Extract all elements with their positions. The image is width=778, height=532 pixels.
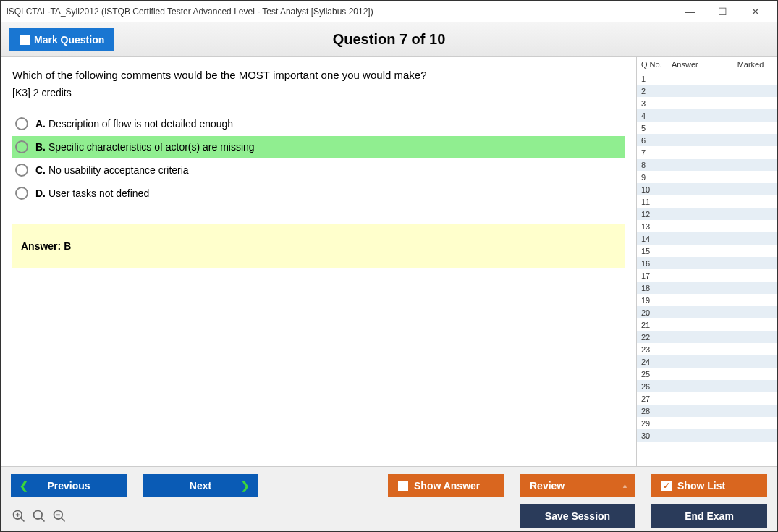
cell-qno: 13	[637, 222, 672, 231]
cell-qno: 6	[637, 136, 672, 145]
svg-point-4	[34, 511, 43, 520]
option-label: Description of flow is not detailed enou…	[48, 118, 233, 130]
option-text: D. User tasks not defined	[35, 187, 149, 199]
option-label: Specific characteristics of actor(s) are…	[48, 141, 255, 153]
question-list-row[interactable]: 18	[637, 282, 777, 294]
maximize-icon[interactable]: ☐	[706, 1, 739, 22]
show-list-label: Show List	[677, 480, 725, 491]
question-list-row[interactable]: 30	[637, 429, 777, 442]
previous-button[interactable]: ❮ Previous	[11, 474, 127, 497]
question-list[interactable]: 1234567891011121314151617181920212223242…	[637, 72, 777, 466]
option-letter: A.	[35, 118, 48, 130]
credits-text: [K3] 2 credits	[12, 87, 625, 98]
question-list-row[interactable]: 1	[637, 72, 777, 85]
question-list-row[interactable]: 22	[637, 331, 777, 343]
option-letter: C.	[35, 164, 48, 176]
question-list-row[interactable]: 29	[637, 417, 777, 429]
review-button[interactable]: Review ▲	[520, 474, 635, 497]
cell-qno: 26	[637, 382, 672, 391]
cell-qno: 8	[637, 161, 672, 169]
question-list-row[interactable]: 25	[637, 368, 777, 380]
cell-qno: 19	[637, 296, 672, 305]
option-row[interactable]: D. User tasks not defined	[12, 182, 625, 204]
mark-question-button[interactable]: Mark Question	[9, 28, 114, 51]
option-letter: B.	[35, 141, 48, 153]
question-list-row[interactable]: 2	[637, 85, 777, 97]
option-row[interactable]: A. Description of flow is not detailed e…	[12, 113, 625, 135]
option-row[interactable]: C. No usability acceptance criteria	[12, 159, 625, 181]
radio-icon	[15, 164, 28, 177]
question-list-row[interactable]: 12	[637, 208, 777, 220]
question-list-row[interactable]: 9	[637, 171, 777, 183]
question-list-header: Q No. Answer Marked	[637, 57, 777, 72]
save-session-button[interactable]: Save Session	[520, 504, 635, 528]
question-list-row[interactable]: 20	[637, 306, 777, 318]
question-list-row[interactable]: 15	[637, 245, 777, 257]
window-controls: — ☐ ✕	[674, 1, 771, 22]
svg-line-5	[41, 518, 45, 522]
answer-box: Answer: B	[12, 224, 625, 268]
chevron-left-icon: ❮	[20, 480, 28, 491]
question-list-row[interactable]: 26	[637, 380, 777, 392]
cell-qno: 29	[637, 419, 672, 428]
question-list-row[interactable]: 14	[637, 232, 777, 245]
next-button[interactable]: Next ❯	[143, 474, 258, 497]
question-list-row[interactable]: 24	[637, 355, 777, 368]
cell-qno: 4	[637, 111, 672, 120]
footer-action-group: Show Answer Review ▲ Show List	[388, 474, 767, 497]
question-list-row[interactable]: 16	[637, 257, 777, 269]
zoom-in-icon[interactable]	[11, 508, 27, 524]
question-list-row[interactable]: 17	[637, 269, 777, 282]
question-list-row[interactable]: 8	[637, 159, 777, 171]
radio-icon	[15, 187, 28, 200]
question-list-row[interactable]: 28	[637, 405, 777, 417]
footer-nav-group: ❮ Previous Next ❯	[11, 474, 258, 497]
radio-icon	[15, 140, 28, 153]
cell-qno: 28	[637, 407, 672, 415]
option-letter: D.	[35, 187, 48, 199]
question-list-row[interactable]: 6	[637, 134, 777, 146]
question-list-row[interactable]: 10	[637, 183, 777, 195]
footer-row-2: Save Session End Exam	[11, 504, 767, 528]
question-list-row[interactable]: 11	[637, 195, 777, 208]
cell-qno: 15	[637, 247, 672, 256]
cell-qno: 20	[637, 308, 672, 317]
question-list-row[interactable]: 4	[637, 109, 777, 122]
option-label: User tasks not defined	[48, 187, 149, 199]
cell-qno: 10	[637, 185, 672, 194]
show-list-button[interactable]: Show List	[651, 474, 767, 497]
cell-qno: 18	[637, 284, 672, 292]
cell-qno: 17	[637, 271, 672, 280]
chevron-right-icon: ❯	[241, 480, 250, 491]
end-exam-button[interactable]: End Exam	[651, 504, 767, 528]
cell-qno: 25	[637, 370, 672, 379]
option-label: No usability acceptance criteria	[48, 164, 189, 176]
option-row[interactable]: B. Specific characteristics of actor(s) …	[12, 136, 625, 158]
zoom-out-icon[interactable]	[51, 508, 67, 524]
question-list-row[interactable]: 5	[637, 122, 777, 134]
close-icon[interactable]: ✕	[739, 1, 771, 22]
minimize-icon[interactable]: —	[674, 1, 706, 22]
question-list-row[interactable]: 13	[637, 220, 777, 232]
question-list-row[interactable]: 23	[637, 343, 777, 355]
cell-qno: 27	[637, 394, 672, 403]
cell-qno: 14	[637, 235, 672, 243]
options-list: A. Description of flow is not detailed e…	[12, 113, 625, 204]
question-list-row[interactable]: 3	[637, 97, 777, 109]
question-text: Which of the following comments would be…	[12, 69, 625, 81]
question-list-row[interactable]: 19	[637, 294, 777, 306]
question-list-row[interactable]: 27	[637, 392, 777, 405]
cell-qno: 7	[637, 148, 672, 157]
svg-line-1	[21, 518, 25, 522]
cell-qno: 30	[637, 431, 672, 440]
question-list-row[interactable]: 21	[637, 318, 777, 331]
mark-question-label: Mark Question	[34, 34, 104, 46]
cell-qno: 2	[637, 87, 672, 96]
show-answer-button[interactable]: Show Answer	[388, 474, 504, 497]
show-list-checkbox-icon	[661, 481, 672, 491]
cell-qno: 23	[637, 345, 672, 354]
show-answer-label: Show Answer	[414, 480, 480, 491]
answer-label: Answer: B	[21, 240, 71, 252]
question-list-row[interactable]: 7	[637, 146, 777, 159]
zoom-reset-icon[interactable]	[31, 508, 47, 524]
